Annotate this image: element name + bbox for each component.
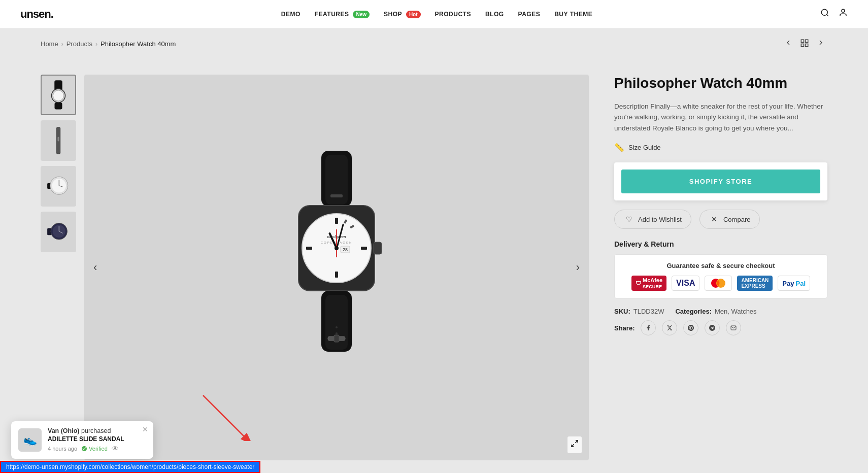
thumbnail-2[interactable] (41, 120, 76, 161)
badge-new: New (353, 11, 370, 18)
svg-rect-31 (306, 247, 312, 250)
main-nav: DEMO FEATURES New SHOP Hot PRODUCTS BLOG… (281, 10, 592, 18)
account-button[interactable] (839, 8, 848, 20)
svg-text:28: 28 (343, 247, 348, 252)
shopify-store-button[interactable]: SHOPIFY STORE (621, 170, 820, 193)
next-product-button[interactable] (814, 38, 827, 50)
notification-footer: 4 hours ago Verified 👁 (48, 445, 146, 453)
pinterest-share-button[interactable] (683, 320, 698, 335)
nav-item-pages[interactable]: PAGES (518, 10, 541, 18)
email-icon (730, 325, 737, 331)
breadcrumb-products[interactable]: Products (66, 40, 92, 48)
svg-rect-10 (55, 103, 62, 110)
breadcrumb-bar: Home › Products › Philosopher Watch 40mm (0, 28, 868, 59)
status-bar-url: https://demo-unsen.myshopify.com/collect… (6, 463, 254, 470)
search-button[interactable] (820, 8, 829, 20)
svg-line-49 (575, 441, 578, 443)
paypal-badge: PayPal (778, 276, 810, 291)
categories-value: Men, Watches (715, 308, 757, 315)
notification-header: Van (Ohio) purchased (48, 427, 146, 434)
nav-item-features[interactable]: FEATURES New (315, 10, 370, 18)
close-notification-button[interactable]: ✕ (142, 425, 148, 433)
breadcrumb-sep-2: › (95, 41, 97, 48)
thumbnail-4[interactable] (41, 212, 76, 252)
badge-hot: Hot (406, 11, 421, 18)
nav-item-blog[interactable]: BLOG (485, 10, 504, 18)
thumbnail-3[interactable] (41, 166, 76, 207)
add-to-wishlist-button[interactable]: ♡ Add to Wishlist (614, 210, 691, 229)
thumbnail-1[interactable] (41, 75, 76, 115)
telegram-share-button[interactable] (705, 320, 720, 335)
chevron-right-icon (817, 39, 825, 47)
visa-badge: VISA (672, 276, 699, 291)
notification-product-image: 👟 (18, 428, 42, 452)
breadcrumb-current: Philosopher Watch 40mm (101, 40, 176, 48)
nav-link-demo[interactable]: DEMO (281, 11, 301, 18)
svg-line-1 (826, 14, 828, 16)
email-share-button[interactable] (726, 320, 741, 335)
delivery-return-section: Delivery & Return Guarantee safe & secur… (614, 240, 827, 298)
thumbnail-1-image (46, 80, 71, 110)
x-twitter-icon (666, 325, 673, 331)
svg-rect-25 (330, 194, 343, 197)
compare-button[interactable]: ✕ Compare (699, 210, 760, 229)
svg-rect-46 (334, 335, 339, 342)
grid-view-icon[interactable] (800, 39, 809, 50)
svg-point-48 (336, 332, 338, 334)
nav-link-pages[interactable]: PAGES (518, 11, 541, 18)
grid-icon (800, 39, 809, 48)
view-notification-button[interactable]: 👁 (112, 445, 119, 453)
user-icon (839, 8, 848, 17)
nav-link-products[interactable]: PRODUCTS (435, 11, 471, 18)
breadcrumb-home[interactable]: Home (41, 40, 58, 48)
checkout-guarantee-box: Guarantee safe & secure checkout 🛡 McAfe… (614, 254, 827, 298)
svg-rect-29 (335, 218, 338, 224)
delivery-return-title: Delivery & Return (614, 240, 827, 248)
prev-image-button[interactable]: ‹ (89, 257, 101, 278)
svg-rect-32 (361, 247, 367, 250)
share-label: Share: (614, 324, 635, 332)
payment-icons: 🛡 McAfeeSECURE VISA AMERICANEXPRESS PayP (623, 276, 819, 291)
prev-product-button[interactable] (782, 38, 795, 50)
mastercard-badge (705, 276, 732, 291)
notification-popup: 👟 Van (Ohio) purchased ADILETTE SLIDE SA… (11, 421, 153, 459)
facebook-share-button[interactable] (641, 320, 656, 335)
product-description: Description Finally—a white sneaker for … (614, 101, 827, 134)
nav-link-buy-theme[interactable]: BUY THEME (554, 11, 592, 18)
notification-buyer-name: Van (Ohio) (48, 427, 80, 434)
breadcrumb-navigation (782, 38, 827, 50)
product-main-watch-svg: 28 nordgreen COPENHAGEN (255, 146, 418, 389)
sku-row: SKU: TLDD32W Categories: Men, Watches (614, 308, 827, 315)
notification-content: Van (Ohio) purchased ADILETTE SLIDE SAND… (48, 427, 146, 453)
expand-image-button[interactable] (567, 436, 582, 453)
svg-line-50 (572, 444, 574, 447)
nav-item-buy-theme[interactable]: BUY THEME (554, 10, 592, 18)
thumbnail-4-image (46, 217, 71, 247)
mcafee-badge: 🛡 McAfeeSECURE (631, 276, 666, 291)
svg-point-9 (53, 90, 64, 101)
nav-link-shop[interactable]: SHOP (384, 11, 402, 18)
svg-rect-27 (374, 242, 382, 254)
nav-item-demo[interactable]: DEMO (281, 10, 301, 18)
notification-product-name: ADILETTE SLIDE SANDAL (48, 435, 146, 443)
product-title: Philosopher Watch 40mm (614, 75, 827, 92)
thumbnail-list (41, 75, 76, 460)
mcafee-label: McAfeeSECURE (643, 277, 662, 289)
browser-status-bar: https://demo-unsen.myshopify.com/collect… (0, 461, 260, 473)
site-logo[interactable]: unsen. (20, 8, 53, 21)
nav-item-shop[interactable]: SHOP Hot (384, 10, 421, 18)
expand-icon (571, 440, 579, 448)
compare-icon: ✕ (709, 214, 719, 224)
chevron-left-icon (784, 39, 792, 47)
next-image-button[interactable]: › (572, 257, 584, 278)
share-row: Share: (614, 320, 827, 335)
size-guide[interactable]: 📏 Size Guide (614, 143, 827, 152)
twitter-share-button[interactable] (662, 320, 677, 335)
nav-link-blog[interactable]: BLOG (485, 11, 504, 18)
nav-link-features[interactable]: FEATURES (315, 11, 349, 18)
svg-rect-30 (335, 272, 338, 278)
svg-rect-5 (801, 44, 804, 46)
amex-badge: AMERICANEXPRESS (737, 276, 773, 291)
compare-label: Compare (723, 216, 750, 223)
nav-item-products[interactable]: PRODUCTS (435, 10, 471, 18)
